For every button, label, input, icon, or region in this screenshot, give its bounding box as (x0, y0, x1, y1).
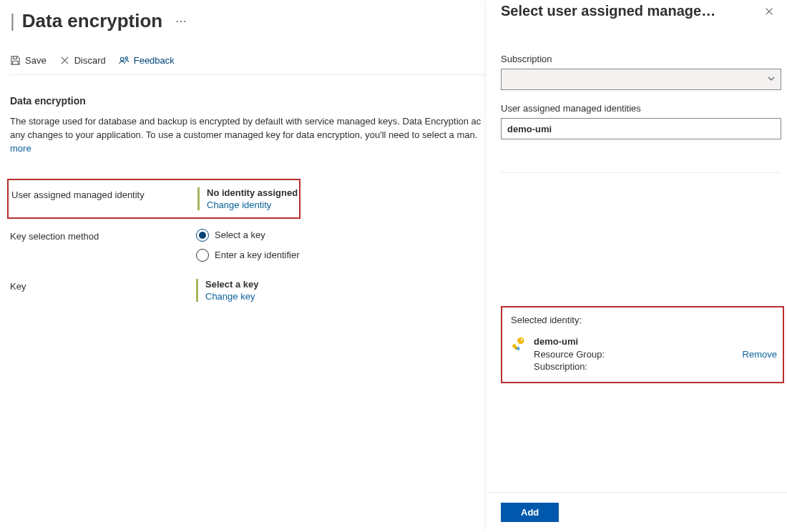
change-key-link[interactable]: Change key (205, 291, 258, 302)
close-icon (59, 55, 70, 66)
radio-enter-key-identifier[interactable]: Enter a key identifier (196, 249, 300, 262)
selected-identity-highlight: Selected identity: demo-umi Resource Gro (501, 306, 784, 383)
svg-point-1 (125, 57, 127, 59)
radio-enter-label: Enter a key identifier (215, 250, 300, 260)
subscription-label: Subscription (501, 54, 787, 64)
learn-more-link[interactable]: more (10, 143, 31, 154)
feedback-icon (119, 55, 129, 66)
add-button[interactable]: Add (501, 503, 559, 522)
svg-point-0 (120, 57, 124, 61)
svg-point-2 (517, 338, 524, 344)
feedback-button[interactable]: Feedback (119, 55, 175, 66)
close-icon (764, 6, 774, 16)
radio-icon (196, 249, 209, 262)
save-button-label: Save (25, 55, 47, 66)
more-actions-button[interactable]: ⋯ (171, 11, 191, 31)
select-identity-panel: Select user assigned manage… Subscriptio… (487, 0, 787, 532)
svg-point-3 (521, 339, 522, 340)
section-heading: Data encryption (10, 95, 487, 107)
identity-label: User assigned managed identity (11, 187, 197, 200)
identity-row-highlight: User assigned managed identity No identi… (7, 179, 300, 219)
radio-select-a-key[interactable]: Select a key (196, 229, 300, 242)
key-value-group: Select a key Change key (196, 279, 258, 302)
key-method-label: Key selection method (10, 229, 196, 242)
uami-dropdown[interactable] (501, 118, 781, 139)
identity-name: demo-umi (534, 335, 735, 348)
identity-resource-group: Resource Group: (534, 348, 735, 361)
change-identity-link[interactable]: Change identity (207, 200, 298, 210)
uami-input[interactable] (501, 118, 781, 139)
panel-footer: Add (487, 492, 787, 532)
section-description: The storage used for database and backup… (10, 115, 487, 156)
key-method-radio-group: Select a key Enter a key identifier (196, 229, 300, 262)
discard-button-label: Discard (74, 55, 106, 66)
radio-select-label: Select a key (215, 230, 265, 240)
uami-label: User assigned managed identities (501, 103, 787, 114)
subscription-dropdown[interactable] (501, 69, 781, 90)
description-text-1: The storage used for database and backup… (10, 116, 481, 127)
panel-title: Select user assigned manage… (501, 3, 715, 19)
key-value: Select a key (205, 279, 258, 290)
identity-value-group: No identity assigned Change identity (197, 187, 298, 210)
page-header: | Data encryption ⋯ (10, 10, 487, 32)
command-bar: Save Discard Feedback (10, 55, 487, 75)
identity-key-icon (511, 337, 527, 353)
panel-divider (501, 172, 781, 173)
radio-icon (196, 229, 209, 242)
header-divider: | (10, 10, 15, 32)
save-button[interactable]: Save (10, 55, 47, 66)
save-icon (10, 55, 21, 66)
description-text-2: any changes to your application. To use … (10, 129, 477, 140)
identity-value: No identity assigned (207, 187, 298, 198)
selected-identity-label: Selected identity: (511, 315, 777, 325)
feedback-button-label: Feedback (134, 55, 175, 66)
discard-button[interactable]: Discard (59, 55, 106, 66)
identity-details: demo-umi Resource Group: Subscription: (534, 335, 735, 373)
panel-close-button[interactable] (761, 4, 777, 19)
remove-identity-link[interactable]: Remove (743, 349, 777, 360)
page-title: Data encryption (22, 10, 163, 32)
subscription-input[interactable] (501, 69, 781, 90)
identity-subscription: Subscription: (534, 360, 735, 373)
selected-identity-row: demo-umi Resource Group: Subscription: R… (511, 335, 777, 373)
key-label: Key (10, 279, 196, 292)
